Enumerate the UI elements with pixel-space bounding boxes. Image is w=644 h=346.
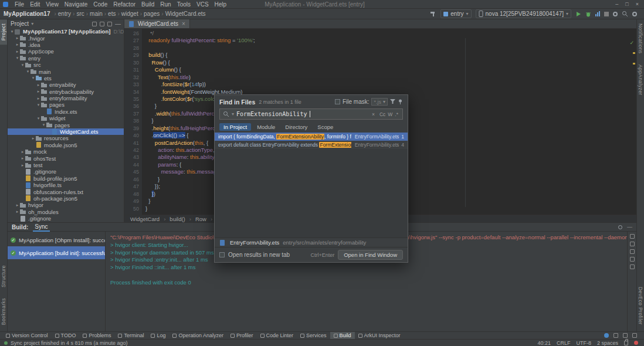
clear-search-icon[interactable]: × xyxy=(371,111,376,117)
chevron-right-icon[interactable]: ▸ xyxy=(20,163,25,168)
line-number[interactable]: 48 xyxy=(124,191,139,198)
search-everywhere-icon[interactable] xyxy=(622,11,628,17)
line-number[interactable]: 49 xyxy=(124,198,139,205)
tree-item-resources[interactable]: ▸resources xyxy=(8,135,124,141)
menu-run[interactable]: Run xyxy=(157,1,174,8)
code-line-30[interactable]: Row() { xyxy=(145,59,636,66)
scroll-to-end-icon[interactable] xyxy=(630,249,635,254)
breadcrumb-build[interactable]: build() xyxy=(168,216,186,222)
toolwindow-button-problems[interactable]: Problems xyxy=(79,332,114,340)
chevron-right-icon[interactable]: ▸ xyxy=(36,89,41,94)
chevron-down-icon[interactable]: ▾ xyxy=(9,29,15,34)
file-mask-select[interactable]: *.js▾ xyxy=(371,98,388,106)
tree-item-appscope[interactable]: ▸AppScope xyxy=(8,48,124,55)
chevron-down-icon[interactable]: ▾ xyxy=(20,63,25,67)
code-line-32[interactable]: Text(this.title) xyxy=(145,74,636,81)
scope-directory[interactable]: Directory xyxy=(281,123,311,131)
chevron-down-icon[interactable]: ▾ xyxy=(41,123,46,127)
search-result-row[interactable]: export default class EntryFormAbility ex… xyxy=(215,141,408,149)
toolwindow-button-profiler[interactable]: Profiler xyxy=(227,332,257,340)
code-line-28[interactable] xyxy=(145,45,636,52)
menu-edit[interactable]: Edit xyxy=(27,1,43,8)
chevron-right-icon[interactable]: ▸ xyxy=(36,96,41,101)
line-number[interactable]: 41 xyxy=(124,140,139,147)
pin-icon[interactable] xyxy=(398,99,403,104)
toolwindow-button-terminal[interactable]: Terminal xyxy=(114,332,147,340)
line-number[interactable]: 43 xyxy=(124,154,139,161)
stop-button[interactable] xyxy=(604,12,609,16)
tree-item-hvigor[interactable]: ▸hvigor xyxy=(8,202,124,208)
tool-window-button-appanalyzer[interactable]: AppAnalyzer xyxy=(637,60,644,100)
tree-item-build-profile-json5[interactable]: build-profile.json5 xyxy=(8,175,124,182)
tree-item-src[interactable]: ▾src xyxy=(8,62,124,68)
chevron-down-icon[interactable]: ▾ xyxy=(25,69,30,74)
build-tab-sync[interactable]: Sync xyxy=(33,223,49,232)
line-number[interactable]: 32 xyxy=(124,74,139,81)
line-number[interactable]: 42 xyxy=(124,147,139,154)
code-line-27[interactable]: readonly fullHeightPercent: string = '10… xyxy=(145,37,636,44)
line-number[interactable]: 30 xyxy=(124,59,139,66)
maximize-button[interactable]: □ xyxy=(625,1,628,7)
editor-gutter[interactable]: 2627282930313233343536373839404142434445… xyxy=(124,29,142,215)
settings-icon[interactable] xyxy=(632,12,637,16)
code-line-26[interactable]: */ xyxy=(145,30,636,37)
tree-item-entryformability[interactable]: ▸entryformability xyxy=(8,95,124,101)
breadcrumb-entry[interactable]: entry xyxy=(58,11,71,17)
line-number[interactable]: 27 xyxy=(124,37,139,44)
tool-window-button-structure[interactable]: Structure xyxy=(0,261,7,291)
updates-icon[interactable] xyxy=(632,333,637,338)
toolwindow-button-operation-analyzer[interactable]: Operation Analyzer xyxy=(169,332,227,340)
line-number[interactable]: 50 xyxy=(124,205,139,212)
chevron-down-icon[interactable]: ▾ xyxy=(15,56,20,60)
build-task-myapplication-ohpm-install-successful[interactable]: ✓MyApplication [Ohpm Install]: successfu… xyxy=(8,233,105,246)
indent-setting[interactable]: 2 spaces xyxy=(597,340,618,346)
line-number[interactable]: 40 xyxy=(124,132,139,139)
tree-item-entryability[interactable]: ▸entryability xyxy=(8,82,124,88)
tree-item-module-json5[interactable]: module.json5 xyxy=(8,142,124,148)
run-config-select[interactable]: entry ▾ xyxy=(440,9,471,18)
line-number[interactable]: 47 xyxy=(124,183,139,190)
chevron-right-icon[interactable]: ▸ xyxy=(15,36,20,40)
tree-item-entrybackupability[interactable]: ▸entrybackupability xyxy=(8,89,124,95)
minimize-panel-icon[interactable]: — xyxy=(627,224,632,230)
breadcrumb-pages[interactable]: pages xyxy=(144,11,160,17)
minimize-button[interactable]: – xyxy=(615,1,618,7)
console-settings-icon[interactable] xyxy=(630,234,635,239)
toolwindow-button-log[interactable]: Log xyxy=(147,332,169,340)
breadcrumb-row[interactable]: Row xyxy=(194,216,208,222)
menu-view[interactable]: View xyxy=(43,1,62,8)
locate-file-icon[interactable] xyxy=(92,22,97,26)
line-number[interactable]: 34 xyxy=(124,89,139,96)
breadcrumb-src[interactable]: src xyxy=(76,11,84,17)
toolwindow-button-services[interactable]: Services xyxy=(297,332,330,340)
project-name[interactable]: MyApplication17 xyxy=(4,11,50,17)
device-select[interactable]: nova 12[25PVB24918004147] ▾ xyxy=(476,9,571,18)
device-manager-icon[interactable] xyxy=(623,333,628,338)
tree-item-ets[interactable]: ▾ets xyxy=(8,75,124,82)
menu-navigate[interactable]: Navigate xyxy=(62,1,90,8)
menu-refactor[interactable]: Refactor xyxy=(110,1,138,8)
line-number[interactable]: 44 xyxy=(124,161,139,168)
chevron-down-icon[interactable]: ▾ xyxy=(31,21,33,26)
readonly-lock-icon[interactable] xyxy=(624,341,628,345)
tool-window-button-bookmarks[interactable]: Bookmarks xyxy=(0,294,7,329)
toolwindow-button-todo[interactable]: TODO xyxy=(52,332,80,340)
tool-window-button-notifications[interactable]: Notifications xyxy=(637,19,644,58)
breadcrumb-widgetcard-ets[interactable]: WidgetCard.ets xyxy=(165,11,206,17)
soft-wrap-icon[interactable] xyxy=(630,242,635,246)
chevron-down-icon[interactable]: ▾ xyxy=(30,76,36,80)
line-number[interactable]: 33 xyxy=(124,81,139,88)
filter-icon[interactable] xyxy=(390,99,395,104)
toggle-[interactable]: .* xyxy=(394,111,399,117)
tree-item-gitignore[interactable]: .gitignore xyxy=(8,215,124,222)
breadcrumb-widgetcard[interactable]: WidgetCard xyxy=(129,216,161,222)
tree-item-entry[interactable]: ▾entry xyxy=(8,55,124,62)
tree-item-widget[interactable]: ▾widget xyxy=(8,115,124,121)
scope-module[interactable]: Module xyxy=(253,123,279,131)
scope-in-project[interactable]: In Project xyxy=(219,123,251,131)
tree-item-index-ets[interactable]: Index.ets xyxy=(8,108,124,115)
project-panel-title[interactable]: Project xyxy=(11,21,29,27)
sync-button[interactable] xyxy=(613,12,618,16)
menu-build[interactable]: Build xyxy=(138,1,157,8)
clear-console-icon[interactable] xyxy=(630,257,635,262)
